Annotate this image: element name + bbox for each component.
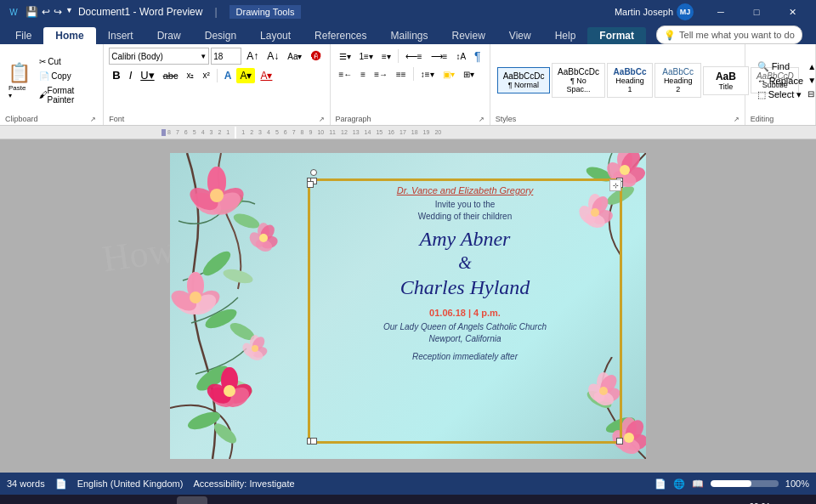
save-icon[interactable]: 💾 <box>26 6 38 18</box>
format-painter-button[interactable]: 🖌 Format Painter <box>36 84 97 106</box>
align-right-btn[interactable]: ≡→ <box>371 68 391 81</box>
bold-btn[interactable]: B <box>109 67 123 83</box>
italic-btn[interactable]: I <box>126 67 136 83</box>
replace-row: ↔ Replace <box>757 76 803 86</box>
multilevel-btn[interactable]: ≡▾ <box>378 50 394 63</box>
style-normal[interactable]: AaBbCcDc ¶ Normal <box>497 67 550 93</box>
font-footer: Font ↗ <box>109 113 324 123</box>
language[interactable]: English (United Kingdom) <box>77 479 184 489</box>
text-effect-btn[interactable]: A <box>221 68 235 83</box>
invitation-card[interactable]: ⊹ Dr. Vance and Elizabeth Gregory Invite… <box>170 153 646 459</box>
word-taskbar-button[interactable]: W <box>177 496 207 504</box>
increase-indent-btn[interactable]: ⟶≡ <box>428 50 451 63</box>
font-color-btn[interactable]: A▾ <box>257 68 275 83</box>
select-icon: ⬚ <box>757 89 766 100</box>
superscript-btn[interactable]: x² <box>199 69 212 82</box>
handle-rotate[interactable] <box>310 169 317 176</box>
tab-mailings[interactable]: Mailings <box>378 27 439 44</box>
title-bar: W 💾 ↩ ↪ ▼ Document1 - Word Preview | Dra… <box>0 0 816 24</box>
paragraph-expand[interactable]: ↗ <box>479 116 484 123</box>
clipboard-expand[interactable]: ↗ <box>90 116 96 123</box>
increase-font-btn[interactable]: A↑ <box>243 48 262 64</box>
handle-bm[interactable] <box>310 438 317 445</box>
sort-btn[interactable]: ↕A <box>452 50 469 63</box>
underline-btn[interactable]: U▾ <box>137 67 157 83</box>
styles-expand[interactable]: ↗ <box>734 116 740 123</box>
settings-button[interactable]: ⚙ <box>41 496 71 504</box>
select-label[interactable]: Select ▾ <box>768 89 802 100</box>
handle-ml[interactable] <box>307 181 314 188</box>
style-heading1[interactable]: AaBbCc Heading 1 <box>607 63 654 98</box>
antivirus-button[interactable]: 🛡 <box>143 496 173 504</box>
bullets-btn[interactable]: ☰▾ <box>336 50 354 63</box>
tab-draw[interactable]: Draw <box>145 27 193 44</box>
window-controls[interactable]: ─ □ ✕ <box>704 0 809 24</box>
font-size-input[interactable]: 18 <box>211 48 241 65</box>
decrease-indent-btn[interactable]: ⟵≡ <box>402 50 426 63</box>
file-explorer-button[interactable]: 📁 <box>211 496 241 504</box>
highlight-btn[interactable]: A▾ <box>236 68 255 83</box>
replace-label[interactable]: Replace <box>769 76 803 86</box>
tab-review[interactable]: Review <box>440 27 497 44</box>
style-no-spacing[interactable]: AaBbCcDc ¶ No Spac... <box>552 63 605 98</box>
tab-view[interactable]: View <box>497 27 543 44</box>
tab-file[interactable]: File <box>3 27 43 44</box>
taskbar: ⊞ ⚙ 🌐 ✉ 🛡 W 📁 🌡 ⛅ 27°C Partly cloudy 📶 🔊… <box>0 495 816 504</box>
tab-home[interactable]: Home <box>43 27 95 44</box>
mail-button[interactable]: ✉ <box>109 496 139 504</box>
handle-br[interactable] <box>616 438 623 445</box>
copy-button[interactable]: 📄 Copy <box>36 70 97 82</box>
justify-btn[interactable]: ≡≡ <box>393 68 410 81</box>
tab-layout[interactable]: Layout <box>248 27 303 44</box>
zoom-slider[interactable] <box>711 480 779 487</box>
align-center-btn[interactable]: ≡ <box>357 68 369 81</box>
style-heading2[interactable]: AaBbCc Heading 2 <box>654 63 701 98</box>
tab-insert[interactable]: Insert <box>96 27 145 44</box>
ribbon-tabs: File Home Insert Draw Design Layout Refe… <box>0 24 816 44</box>
church: Our Lady Queen of Angels Catholic Church <box>314 322 615 331</box>
minimize-button[interactable]: ─ <box>704 0 738 24</box>
decrease-font-btn[interactable]: A↓ <box>264 48 282 64</box>
close-button[interactable]: ✕ <box>775 0 809 24</box>
paste-button[interactable]: 📋 Paste ▾ <box>5 54 34 108</box>
align-left-btn[interactable]: ≡← <box>336 68 356 81</box>
start-button[interactable]: ⊞ <box>7 496 37 504</box>
document-canvas: HowX↑ <box>0 139 816 473</box>
maximize-button[interactable]: □ <box>740 0 774 24</box>
font-expand[interactable]: ↗ <box>319 116 325 123</box>
cut-button[interactable]: ✂ Cut <box>36 55 97 68</box>
subscript-btn[interactable]: x₂ <box>183 69 197 82</box>
qa-more-icon[interactable]: ▼ <box>65 6 73 18</box>
tab-design[interactable]: Design <box>193 27 248 44</box>
style-title[interactable]: AaB Title <box>703 66 749 95</box>
find-label[interactable]: Find <box>772 61 790 71</box>
numbering-btn[interactable]: 1≡▾ <box>356 50 377 63</box>
status-left: 34 words 📄 English (United Kingdom) Acce… <box>7 479 295 490</box>
tell-me-bar[interactable]: 💡 Tell me what you want to do <box>656 25 802 44</box>
tell-me-text: Tell me what you want to do <box>679 30 795 40</box>
font-name-input[interactable]: Calibri (Body) ▼ <box>109 48 209 65</box>
tab-format[interactable]: Format <box>587 27 646 44</box>
show-marks-btn[interactable]: ¶ <box>471 48 484 65</box>
view-read-icon[interactable]: 📖 <box>692 479 704 490</box>
svg-point-36 <box>259 234 268 242</box>
edge-browser-button[interactable]: 🌐 <box>75 496 105 504</box>
strikethrough-btn[interactable]: abc <box>160 69 182 82</box>
view-print-icon[interactable]: 📄 <box>654 479 666 490</box>
borders-btn[interactable]: ⊞▾ <box>460 68 478 81</box>
shading-btn[interactable]: ▣▾ <box>439 68 458 81</box>
font-body: Calibri (Body) ▼ 18 A↑ A↓ Aa▾ 🅐 B I U▾ a… <box>109 48 324 113</box>
line-spacing-btn[interactable]: ↕≡▾ <box>417 68 438 81</box>
tab-help[interactable]: Help <box>543 27 588 44</box>
redo-icon[interactable]: ↪ <box>54 6 62 18</box>
accessibility[interactable]: Accessibility: Investigate <box>193 479 294 489</box>
case-btn[interactable]: Aa▾ <box>284 50 305 63</box>
clear-format-btn[interactable]: 🅐 <box>308 48 325 64</box>
reception: Reception immediately after <box>314 352 615 361</box>
thermometer-button[interactable]: 🌡 <box>245 496 275 504</box>
undo-icon[interactable]: ↩ <box>42 6 50 18</box>
tab-references[interactable]: References <box>303 27 378 44</box>
view-web-icon[interactable]: 🌐 <box>673 479 685 490</box>
location: Newport, California <box>314 334 615 343</box>
hosts-line: Dr. Vance and Elizabeth Gregory <box>314 185 615 195</box>
